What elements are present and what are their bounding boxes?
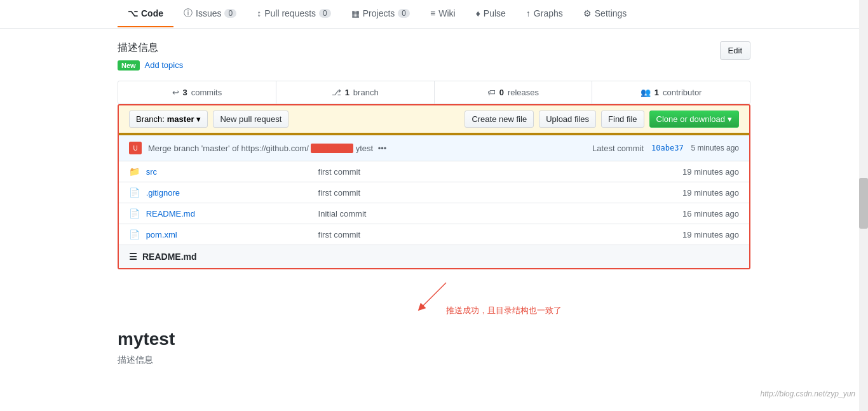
commit-right: Latest commit 10abe37 5 minutes ago	[592, 144, 739, 153]
file-name-1[interactable]: .gitignore	[146, 188, 180, 198]
stat-label-branch: branch	[353, 88, 379, 97]
stat-releases[interactable]: 🏷0releases	[435, 81, 593, 104]
scrollbar[interactable]	[859, 0, 868, 391]
stat-icon-releases: 🏷	[487, 88, 496, 97]
commit-message-blurred: redacted	[311, 144, 353, 153]
graphs-tab-label: Graphs	[534, 8, 563, 18]
tab-projects[interactable]: ▦ Projects 0	[341, 1, 420, 27]
projects-tab-icon: ▦	[351, 8, 360, 18]
chevron-down-icon-clone: ▾	[728, 114, 732, 124]
file-message-1: first commit	[308, 182, 516, 203]
settings-tab-icon: ⚙	[583, 8, 592, 18]
readme-header: ☰ README.md	[119, 245, 749, 268]
commit-dots: •••	[378, 144, 387, 153]
create-new-file-button[interactable]: Create new file	[465, 111, 534, 128]
action-buttons: Create new file Upload files Find file C…	[465, 111, 739, 128]
stat-count-commits: 3	[183, 88, 187, 97]
file-icon-3: 📄	[129, 229, 140, 239]
stat-label-commits: commits	[191, 88, 222, 97]
table-row: 📄 pom.xml first commit 19 minutes ago	[119, 224, 749, 245]
commit-hash[interactable]: 10abe37	[651, 144, 684, 152]
branch-name: master	[167, 114, 194, 124]
watermark: http://blog.csdn.net/zyp_yun	[761, 389, 855, 391]
topics-row: New Add topics	[118, 60, 183, 71]
annotation-arrow: 推送成功，且目录结构也一致了	[408, 280, 562, 316]
stat-icon-commits: ↩	[172, 88, 179, 97]
commit-time: 5 minutes ago	[691, 144, 739, 152]
projects-tab-label: Projects	[363, 8, 395, 18]
file-message-3: first commit	[308, 224, 516, 245]
pulse-tab-label: Pulse	[484, 8, 506, 18]
repo-box-header: Branch: master ▾ New pull request Create…	[119, 105, 749, 135]
stat-count-contributor: 1	[654, 88, 659, 97]
stat-icon-branch: ⎇	[332, 88, 341, 97]
branch-selector: Branch: master ▾ New pull request	[129, 111, 288, 128]
nav-tabs: ⌥ Codeⓘ Issues 0↕ Pull requests 0▦ Proje…	[0, 0, 868, 29]
wiki-tab-label: Wiki	[438, 8, 455, 18]
issues-badge: 0	[224, 9, 236, 18]
file-message-2: Initial commit	[308, 203, 516, 224]
tab-pulse[interactable]: ♦ Pulse	[466, 1, 516, 27]
latest-commit-label: Latest commit	[592, 144, 644, 153]
stat-label-contributor: contributor	[663, 88, 702, 97]
clone-or-download-button[interactable]: Clone or download ▾	[649, 111, 739, 128]
stat-icon-contributor: 👥	[641, 88, 651, 97]
code-tab-label: Code	[141, 8, 163, 18]
readme-section: mytest 描述信息	[118, 316, 750, 379]
annotation-text: 推送成功，且目录结构也一致了	[446, 305, 562, 316]
scrollbar-thumb[interactable]	[859, 178, 868, 229]
tab-settings[interactable]: ⚙ Settings	[573, 1, 637, 27]
file-time-3: 19 minutes ago	[516, 224, 749, 245]
file-time-1: 19 minutes ago	[516, 182, 749, 203]
add-topics-link[interactable]: Add topics	[145, 60, 184, 70]
table-row: 📁 src first commit 19 minutes ago	[119, 161, 749, 182]
stat-commits[interactable]: ↩3commits	[118, 81, 276, 104]
description-left: 描述信息 New Add topics	[118, 41, 183, 71]
branch-dropdown[interactable]: Branch: master ▾	[129, 111, 208, 128]
readme-icon: ☰	[129, 252, 137, 262]
file-name-0[interactable]: src	[146, 167, 157, 177]
commit-message: Merge branch 'master' of https://github.…	[148, 144, 309, 153]
pull-requests-tab-icon: ↕	[257, 8, 261, 18]
chevron-down-icon: ▾	[196, 114, 201, 124]
commit-avatar: U	[129, 142, 142, 154]
new-badge: New	[118, 60, 140, 71]
graphs-tab-icon: ↑	[526, 8, 531, 18]
annotation-container: 推送成功，且目录结构也一致了	[118, 280, 750, 316]
pull-requests-tab-label: Pull requests	[264, 8, 316, 18]
tab-code[interactable]: ⌥ Code	[118, 1, 173, 27]
file-name-2[interactable]: README.md	[146, 209, 195, 219]
edit-button[interactable]: Edit	[720, 41, 750, 60]
file-time-0: 19 minutes ago	[516, 161, 749, 182]
tab-wiki[interactable]: ≡ Wiki	[420, 1, 466, 27]
tab-pull-requests[interactable]: ↕ Pull requests 0	[247, 1, 341, 27]
tab-issues[interactable]: ⓘ Issues 0	[173, 0, 247, 28]
file-message-0: first commit	[308, 161, 516, 182]
file-icon-1: 📄	[129, 187, 140, 198]
find-file-button[interactable]: Find file	[601, 111, 644, 128]
upload-files-button[interactable]: Upload files	[539, 111, 596, 128]
stat-label-releases: releases	[508, 88, 539, 97]
file-time-2: 16 minutes ago	[516, 203, 749, 224]
readme-label[interactable]: README.md	[142, 252, 197, 262]
commit-message-suffix: ytest	[356, 144, 373, 153]
file-table: 📁 src first commit 19 minutes ago 📄 .git…	[119, 161, 749, 245]
file-name-3[interactable]: pom.xml	[146, 230, 177, 239]
repo-box-outline: Branch: master ▾ New pull request Create…	[118, 104, 750, 269]
folder-icon-0: 📁	[129, 166, 140, 177]
stat-contributor[interactable]: 👥1contributor	[592, 81, 750, 104]
new-pull-request-button[interactable]: New pull request	[213, 111, 288, 128]
settings-tab-label: Settings	[595, 8, 627, 18]
stats-bar: ↩3commits⎇1branch🏷0releases👥1contributor	[118, 81, 750, 104]
latest-commit-row: U Merge branch 'master' of https://githu…	[119, 135, 749, 161]
issues-tab-label: Issues	[196, 8, 221, 18]
clone-label: Clone or download	[656, 114, 725, 124]
file-icon-2: 📄	[129, 208, 140, 219]
description-title: 描述信息	[118, 41, 183, 55]
tab-graphs[interactable]: ↑ Graphs	[516, 1, 573, 27]
wiki-tab-icon: ≡	[430, 8, 435, 18]
stat-branch[interactable]: ⎇1branch	[276, 81, 435, 104]
svg-line-0	[421, 283, 446, 308]
code-tab-icon: ⌥	[128, 8, 138, 18]
pulse-tab-icon: ♦	[476, 8, 480, 18]
